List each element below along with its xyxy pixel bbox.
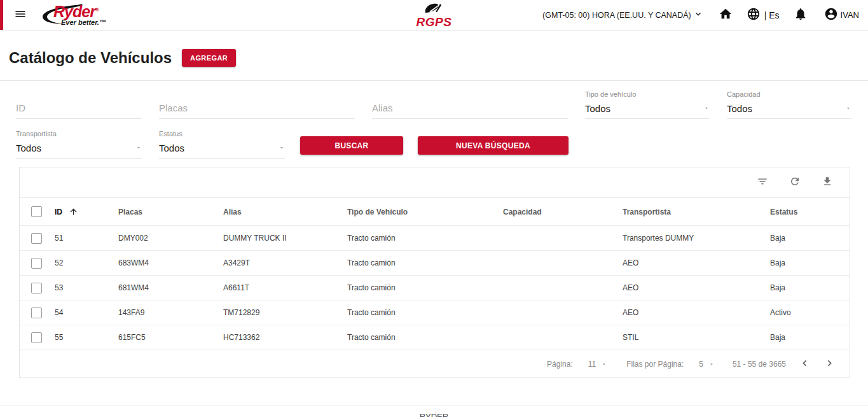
page-value: 11	[588, 360, 596, 369]
column-header-placas[interactable]: Placas	[118, 208, 223, 216]
capacidad-label: Capacidad	[727, 90, 851, 98]
menu-button[interactable]	[14, 8, 27, 23]
cell-estatus: Baja	[770, 283, 850, 292]
table-row[interactable]: 53 681WM4 A6611T Tracto camión AEO Baja	[20, 276, 850, 300]
previous-page-button[interactable]	[799, 357, 811, 371]
nueva-busqueda-button[interactable]: NUEVA BÚSQUEDA	[418, 136, 568, 155]
download-button[interactable]	[822, 176, 833, 190]
column-header-transportista[interactable]: Transportista	[623, 208, 770, 216]
appbar-right-group: (GMT-05: 00) HORA (EE.UU. Y CANADÁ) | Es	[542, 7, 859, 24]
chevron-right-icon	[823, 357, 836, 371]
filter-icon	[757, 176, 768, 190]
notifications-button[interactable]	[794, 7, 808, 24]
filter-estatus-field: Estatus Todos	[159, 130, 285, 159]
filter-alias-field	[372, 90, 568, 119]
chevron-down-icon	[691, 9, 703, 21]
page-footer: RYDER	[0, 406, 868, 417]
language-label: | Es	[764, 10, 780, 20]
table-row[interactable]: 51 DMY002 DUMMY TRUCK II Tracto camión T…	[20, 226, 850, 251]
caret-down-icon	[135, 142, 142, 153]
cell-placas: 143FA9	[118, 308, 223, 317]
cell-placas: DMY002	[118, 234, 223, 243]
alias-input[interactable]	[372, 102, 568, 118]
tipo-vehiculo-select[interactable]: Todos	[585, 102, 710, 118]
caret-down-icon	[279, 142, 285, 153]
cell-transportista: Transportes DUMMY	[623, 234, 770, 243]
cell-id: 51	[55, 234, 118, 243]
hamburger-icon	[14, 8, 27, 23]
tipo-vehiculo-label: Tipo de vehículo	[585, 90, 710, 98]
row-checkbox[interactable]	[31, 332, 42, 343]
bell-icon	[794, 7, 808, 24]
estatus-select[interactable]: Todos	[159, 142, 285, 158]
transportista-select[interactable]: Todos	[16, 142, 142, 158]
cell-placas: 615FC5	[118, 333, 223, 342]
cell-transportista: STIL	[623, 333, 770, 342]
row-checkbox[interactable]	[31, 307, 42, 318]
tipo-vehiculo-value: Todos	[585, 103, 610, 114]
column-header-tipo[interactable]: Tipo de Vehículo	[347, 208, 503, 216]
page-select[interactable]: 11	[588, 360, 607, 369]
buscar-button[interactable]: BUSCAR	[300, 136, 403, 155]
cell-alias: TM712829	[223, 308, 347, 317]
filter-columns-button[interactable]	[757, 176, 768, 190]
cell-transportista: AEO	[623, 308, 770, 317]
refresh-button[interactable]	[789, 176, 801, 190]
pagination-bar: Página: 11 Filas por Página: 5 51 - 55 d…	[20, 350, 850, 378]
cell-tipo-vehiculo: Tracto camión	[347, 283, 503, 292]
ryder-logo: Ryder® Ever better.™	[37, 2, 112, 29]
cell-estatus: Baja	[770, 333, 850, 342]
row-checkbox[interactable]	[31, 233, 42, 244]
table-row[interactable]: 55 615FC5 HC713362 Tracto camión STIL Ba…	[20, 325, 850, 350]
caret-down-icon	[708, 361, 715, 367]
home-button[interactable]	[719, 7, 733, 24]
caret-down-icon	[703, 102, 710, 114]
row-checkbox[interactable]	[31, 283, 42, 293]
table-toolbar	[20, 167, 850, 197]
next-page-button[interactable]	[823, 357, 836, 371]
select-all-checkbox[interactable]	[31, 206, 42, 217]
brand-accent-strip	[0, 0, 3, 30]
home-icon	[719, 7, 733, 24]
rgps-satellite-icon	[423, 3, 444, 17]
timezone-selector[interactable]: (GMT-05: 00) HORA (EE.UU. Y CANADÁ)	[542, 9, 703, 21]
language-button[interactable]	[747, 7, 761, 24]
table-row[interactable]: 54 143FA9 TM712829 Tracto camión AEO Act…	[20, 300, 850, 325]
filters-section: Tipo de vehículo Todos Capacidad Todos T…	[0, 90, 868, 159]
column-header-capacidad[interactable]: Capacidad	[503, 208, 623, 216]
avatar-icon	[824, 7, 838, 24]
placas-input[interactable]	[159, 102, 355, 118]
page-label: Página:	[547, 360, 573, 369]
filter-id-field	[16, 90, 142, 119]
table-row[interactable]: 52 683WM4 A3429T Tracto camión AEO Baja	[20, 251, 850, 276]
cell-tipo-vehiculo: Tracto camión	[347, 333, 503, 342]
capacidad-select[interactable]: Todos	[727, 102, 851, 118]
app-bar: Ryder® Ever better.™ RGPS (GMT-05: 00) H…	[0, 0, 868, 31]
column-header-estatus[interactable]: Estatus	[770, 208, 850, 216]
filter-placas-field	[159, 90, 355, 119]
column-header-alias[interactable]: Alias	[223, 208, 347, 216]
user-menu[interactable]: IVAN	[824, 7, 859, 24]
rows-per-page-select[interactable]: 5	[699, 360, 715, 369]
sort-ascending-icon	[69, 207, 78, 216]
pagination-range: 51 - 55 de 3665	[733, 360, 786, 369]
download-icon	[822, 176, 833, 190]
row-checkbox[interactable]	[31, 258, 42, 269]
cell-id: 54	[55, 308, 118, 317]
estatus-label: Estatus	[159, 130, 285, 138]
title-row: Catálogo de Vehículos AGREGAR	[0, 49, 868, 67]
title-divider	[0, 80, 868, 81]
ryder-tagline: Ever better.™	[61, 18, 106, 26]
caret-down-icon	[601, 361, 607, 367]
vehicles-table-card: ID Placas Alias Tipo de Vehículo Capacid…	[19, 167, 850, 378]
cell-estatus: Activo	[770, 308, 850, 317]
caret-down-icon	[845, 102, 851, 114]
column-header-id[interactable]: ID	[55, 207, 118, 216]
cell-estatus: Baja	[770, 258, 850, 267]
agregar-button[interactable]: AGREGAR	[182, 49, 236, 67]
rows-per-page-label: Filas por Página:	[626, 360, 684, 369]
id-input[interactable]	[16, 102, 142, 118]
cell-tipo-vehiculo: Tracto camión	[347, 308, 503, 317]
cell-alias: A6611T	[223, 283, 347, 292]
cell-alias: A3429T	[223, 258, 347, 267]
